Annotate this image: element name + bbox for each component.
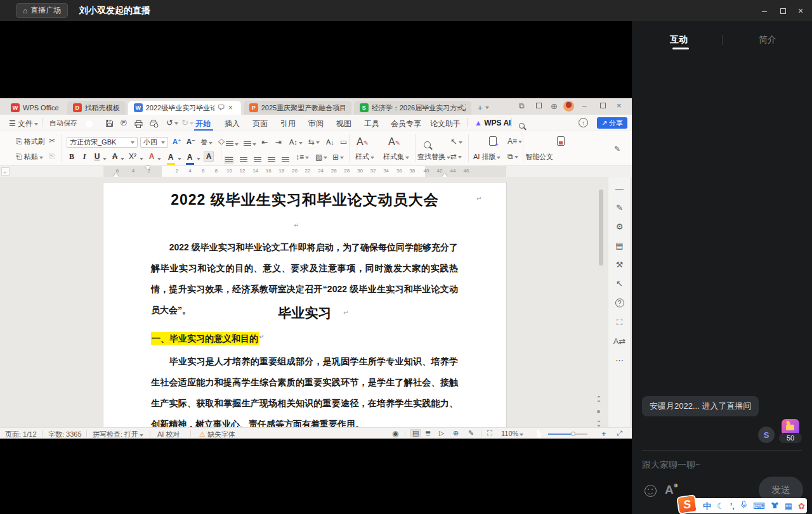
help-icon[interactable]: ? <box>608 299 631 307</box>
settings-sliders-icon[interactable]: ⚙ <box>608 222 631 231</box>
left-indent-marker[interactable] <box>114 170 119 177</box>
collapse-ribbon-icon[interactable]: ✎ <box>614 145 620 153</box>
text-direction-icon[interactable]: ▭ <box>340 138 347 146</box>
wps-close-icon[interactable]: × <box>617 101 622 110</box>
zoom-in-button[interactable]: + <box>601 430 606 438</box>
skin-search-icon[interactable]: ⛶ <box>608 318 631 326</box>
restore-layout-icon[interactable] <box>536 103 542 108</box>
font-color-button[interactable]: A <box>185 151 194 165</box>
previous-page-button[interactable]: ⌃⌃ <box>594 396 604 405</box>
zoom-slider[interactable] <box>548 434 587 435</box>
print-preview-icon[interactable] <box>150 119 159 131</box>
next-page-button[interactable]: ⌄⌄ <box>594 418 604 427</box>
close-button[interactable]: × <box>795 5 806 16</box>
zoom-level[interactable]: 110% <box>501 430 523 437</box>
globe-icon[interactable]: ⊕ <box>551 102 558 110</box>
file-menu[interactable]: ☰ 文件 <box>9 119 38 129</box>
night-mode-icon[interactable]: ☾ <box>717 502 724 510</box>
close-tab-icon[interactable]: × <box>228 104 233 112</box>
char-shading-button[interactable]: A <box>147 152 156 161</box>
skin-icon[interactable] <box>771 500 779 511</box>
read-mode-icon[interactable]: ▷ <box>439 430 444 437</box>
word-count[interactable]: 字数: 3365 <box>48 430 82 439</box>
wps-ai-menu[interactable]: ▲ WPS AI <box>475 119 511 127</box>
sort-icon[interactable]: A↓ <box>326 138 334 146</box>
page-nav-dot[interactable] <box>597 410 600 413</box>
numbered-list-icon[interactable] <box>244 138 256 150</box>
justify-icon[interactable] <box>268 154 275 165</box>
tab-list-chevron-icon[interactable] <box>485 106 489 111</box>
split-window-icon[interactable]: ⧉ <box>519 102 525 110</box>
increase-indent-icon[interactable]: ⇥ <box>275 138 282 146</box>
annotate-pen-icon[interactable]: ✎ <box>608 203 631 212</box>
bullet-list-icon[interactable] <box>226 138 239 150</box>
undo-icon[interactable]: ↺ <box>166 119 178 127</box>
select-arrow-icon[interactable]: ↖ <box>608 279 631 288</box>
strikethrough-button[interactable]: A <box>110 152 119 161</box>
font-style-icon[interactable]: A <box>665 483 674 497</box>
shading-bucket-icon[interactable]: ▨ <box>315 153 327 161</box>
chat-service-button[interactable]: S <box>758 427 775 443</box>
style-set-button[interactable]: 样式集 <box>383 152 409 162</box>
wrap-icon[interactable]: ⇆ <box>308 138 320 146</box>
align-left-icon[interactable] <box>225 153 233 166</box>
fit-page-icon[interactable]: ⛶ <box>487 430 492 437</box>
menu-tab-home[interactable]: 开始 <box>195 119 211 129</box>
highlight-button[interactable]: A <box>166 151 175 165</box>
mic-icon[interactable] <box>740 500 747 511</box>
ime-language-mode[interactable]: 中 <box>703 502 711 510</box>
redo-icon[interactable]: ↻ <box>181 119 193 127</box>
document-page[interactable]: 2022 级毕业生实习和毕业论文动员大会 ↵ ↵ 2022 级毕业实习和毕业论文… <box>103 183 506 427</box>
borders-icon[interactable]: ⊞ <box>332 153 344 161</box>
menu-tab-page[interactable]: 页面 <box>252 119 268 129</box>
styles-button[interactable]: 样式 <box>355 152 374 162</box>
minimize-button[interactable]: – <box>759 5 770 16</box>
more-icon[interactable]: ⋯ <box>608 356 631 364</box>
keyboard-icon[interactable]: ⌨ <box>753 502 765 510</box>
clear-format-icon[interactable]: ◇ <box>218 137 225 145</box>
sogou-logo[interactable]: S <box>676 494 698 514</box>
smart-doc-button[interactable]: 智能公文 <box>525 152 553 162</box>
italic-button[interactable]: I <box>80 152 89 162</box>
find-replace-button[interactable]: 查找替换 <box>417 152 450 162</box>
shape-tools-icon[interactable]: ⧉ <box>508 153 518 160</box>
toolbox-icon[interactable]: ▦ <box>785 502 792 510</box>
paste-button[interactable]: ⎗ 粘贴 <box>16 152 43 162</box>
decrease-indent-icon[interactable]: ⇤ <box>261 138 268 146</box>
ai-layout-button[interactable]: AI 排版 <box>473 152 501 162</box>
char-scale-icon[interactable]: A↕ <box>289 138 303 146</box>
vertical-scrollbar[interactable] <box>599 190 603 266</box>
font-name-select[interactable]: 方正仿宋_GBK <box>67 137 138 148</box>
select-cursor-icon[interactable]: ↖ <box>450 138 462 146</box>
collapse-panel-icon[interactable]: — <box>608 184 631 193</box>
menu-tab-insert[interactable]: 插入 <box>225 119 240 129</box>
tab-interaction[interactable]: 互动 <box>670 34 688 46</box>
menu-tab-thesis-helper[interactable]: 论文助手 <box>430 119 461 129</box>
wps-restore-icon[interactable] <box>600 103 606 108</box>
save-icon[interactable] <box>105 119 114 130</box>
outline-view-icon[interactable]: ≣ <box>425 430 431 437</box>
tab-document-active[interactable]: W 2022级毕业实习毕业论文动员大会 🗩 × <box>128 101 241 115</box>
upload-cloud-icon[interactable]: ↑ <box>579 118 588 127</box>
right-indent-marker[interactable] <box>442 170 447 177</box>
tools-icon[interactable]: ⚒ <box>608 260 631 269</box>
extras-icon[interactable]: ✿ <box>798 502 805 510</box>
menu-tab-view[interactable]: 视图 <box>336 119 351 129</box>
export-pdf-icon[interactable]: ℗ <box>121 119 127 127</box>
tab-spreadsheet[interactable]: S 经济学：2026届毕业实习方式及分组 <box>354 101 471 115</box>
tab-docer-templates[interactable]: D 找稻壳模板 <box>67 101 126 115</box>
missing-font-warning[interactable]: ⚠ 缺失字体 <box>199 430 235 439</box>
copy-icon[interactable]: ⎘ <box>49 152 55 160</box>
menu-tab-review[interactable]: 审阅 <box>308 119 324 129</box>
document-area[interactable]: 2022 级毕业生实习和毕业论文动员大会 ↵ ↵ 2022 级毕业实习和毕业论文… <box>0 177 632 427</box>
tab-selector-box[interactable]: ⌐ <box>1 167 10 176</box>
print-icon[interactable] <box>134 119 143 131</box>
shrink-font-button[interactable]: A⁻ <box>187 138 195 146</box>
edit-mode-icon[interactable]: ✎ <box>468 430 474 437</box>
bold-button[interactable]: B <box>67 152 76 162</box>
menu-tab-member[interactable]: 会员专享 <box>391 119 421 129</box>
user-avatar[interactable] <box>563 101 574 112</box>
wps-minimize-icon[interactable]: – <box>582 102 587 110</box>
menu-tab-reference[interactable]: 引用 <box>280 119 296 129</box>
member-card-icon[interactable]: ▤ <box>608 241 631 250</box>
